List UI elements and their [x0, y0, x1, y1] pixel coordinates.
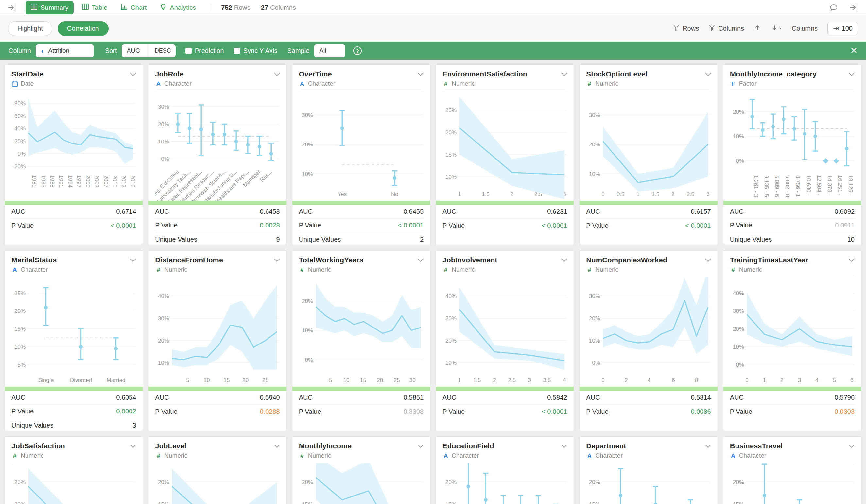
tab-summary-label: Summary	[41, 4, 69, 11]
chevron-down-icon[interactable]	[274, 72, 280, 76]
column-chart[interactable]: 80%60%40%20%0%-20%1981198519881991199419…	[11, 91, 136, 201]
chevron-down-icon[interactable]	[130, 259, 136, 262]
svg-text:10,630 -: 10,630 -	[805, 175, 811, 195]
column-type-icon: A	[155, 81, 162, 87]
prediction-checkbox[interactable]: Prediction	[186, 47, 224, 55]
close-icon[interactable]: ✕	[850, 45, 857, 56]
column-type-label: Numeric	[164, 266, 187, 273]
p-value: < 0.0001	[542, 222, 567, 229]
column-chart[interactable]: 20%15%10%5%	[730, 463, 855, 504]
chevron-down-icon[interactable]	[418, 72, 423, 76]
tab-summary[interactable]: Summary	[25, 1, 74, 14]
column-card: JobLevel # Numeric 20%15%10%5%	[148, 436, 287, 504]
svg-text:2: 2	[493, 377, 496, 383]
svg-text:10%: 10%	[589, 338, 600, 344]
chevron-down-icon[interactable]	[849, 259, 855, 262]
unique-values-value: 9	[276, 236, 280, 243]
auc-label: AUC	[11, 208, 25, 215]
column-chart[interactable]: 40%30%20%10%510152025	[155, 277, 280, 387]
svg-text:30%: 30%	[445, 315, 457, 322]
chevron-down-icon[interactable]	[418, 445, 423, 448]
svg-text:1985: 1985	[40, 175, 46, 188]
stat-row-pvalue: P Value 0.0303	[730, 405, 855, 418]
column-chart[interactable]: 30%20%10%0%02468	[586, 277, 711, 387]
chevron-down-icon[interactable]	[849, 445, 855, 448]
svg-text:1991: 1991	[58, 175, 64, 188]
svg-text:-20%: -20%	[12, 164, 25, 170]
logical-toggle-icon: ◐	[41, 47, 45, 54]
sync-y-axis-checkbox[interactable]: Sync Y Axis	[234, 47, 278, 55]
collapse-panel-left-icon[interactable]	[8, 3, 16, 11]
chevron-down-icon[interactable]	[274, 445, 280, 448]
columns-limit-input[interactable]: ⇥ 100	[828, 22, 858, 35]
tab-chart[interactable]: Chart	[115, 1, 152, 14]
column-type-label: Character	[164, 80, 191, 87]
auc-label: AUC	[11, 394, 25, 401]
sort-direction-value[interactable]: DESC	[150, 47, 176, 54]
svg-text:3: 3	[528, 377, 531, 383]
chevron-down-icon[interactable]	[561, 445, 567, 448]
column-chart[interactable]: 25%20%15%10%5%SingleDivorcedMarried	[11, 277, 136, 387]
column-type-label: Numeric	[739, 266, 762, 273]
column-name: JobRole	[155, 70, 191, 78]
tab-table[interactable]: Table	[77, 1, 112, 14]
column-chart[interactable]: 30%20%10%0%Sales ExecutiveLaboratory Tec…	[155, 91, 280, 201]
column-chart[interactable]: 20%15%10%5%	[155, 463, 280, 504]
column-chart[interactable]: 25%20%15%10%	[11, 463, 136, 504]
collapse-panel-right-icon[interactable]	[850, 3, 858, 11]
auc-label: AUC	[586, 208, 600, 215]
chevron-down-icon[interactable]	[130, 72, 136, 76]
svg-text:2016: 2016	[130, 175, 136, 188]
chevron-down-icon[interactable]	[418, 259, 423, 262]
p-value-label: P Value	[155, 222, 177, 229]
chevron-down-icon[interactable]	[705, 259, 711, 262]
svg-text:1: 1	[458, 377, 461, 383]
svg-text:4: 4	[563, 377, 566, 383]
chevron-down-icon[interactable]	[561, 259, 567, 262]
p-value-label: P Value	[155, 408, 177, 415]
svg-text:30: 30	[409, 377, 416, 383]
column-type-label: Numeric	[595, 266, 619, 273]
column-chart[interactable]: 40%30%20%10%11.522.533.54	[443, 277, 567, 387]
svg-text:15%: 15%	[302, 501, 313, 504]
svg-text:40%: 40%	[158, 293, 169, 299]
auc-importance-bar	[5, 387, 143, 391]
highlight-button[interactable]: Highlight	[8, 21, 52, 36]
comment-icon[interactable]	[829, 3, 838, 11]
column-chart[interactable]: 25%20%15%10%11.522.53	[443, 91, 567, 201]
sort-key-value[interactable]: AUC	[122, 44, 147, 57]
sort-select[interactable]: AUC DESC	[122, 44, 176, 57]
column-chart[interactable]: 20%15%10%5%	[443, 463, 567, 504]
correlation-button[interactable]: Correlation	[57, 21, 109, 36]
column-type-label: Numeric	[308, 452, 331, 459]
help-icon[interactable]: ?	[353, 46, 362, 55]
column-chart[interactable]: 30%20%10%00.511.522.53	[586, 91, 711, 201]
chevron-down-icon[interactable]	[561, 72, 567, 76]
chevron-down-icon[interactable]	[705, 445, 711, 448]
auc-importance-bar	[148, 387, 286, 391]
svg-text:30%: 30%	[733, 308, 744, 314]
column-chart[interactable]: 30%20%10%YesNo	[299, 91, 423, 201]
column-chart[interactable]: 40%30%20%10%0%0123456	[730, 277, 855, 387]
chevron-down-icon[interactable]	[274, 259, 280, 262]
column-chart[interactable]: 20%15%10%5%	[299, 463, 423, 504]
column-type-icon	[11, 81, 18, 87]
column-name: DistanceFromHome	[155, 256, 223, 265]
column-chart[interactable]: 20%10%0%51015202530	[299, 277, 423, 387]
target-column-select[interactable]: ◐ Attrition	[36, 44, 94, 57]
tab-analytics[interactable]: Analytics	[155, 1, 201, 14]
svg-text:1: 1	[637, 191, 640, 198]
download-menu-icon[interactable]	[771, 25, 782, 32]
chevron-down-icon[interactable]	[705, 72, 711, 76]
chevron-down-icon[interactable]	[130, 445, 136, 448]
column-chart[interactable]: 20%15%10%5%	[586, 463, 711, 504]
chevron-down-icon[interactable]	[849, 72, 855, 76]
upload-icon[interactable]	[754, 25, 761, 32]
sample-value: All	[319, 47, 326, 54]
filter-columns-button[interactable]: Columns	[709, 24, 744, 33]
filter-rows-button[interactable]: Rows	[673, 24, 699, 33]
auc-importance-bar	[579, 387, 717, 391]
column-chart[interactable]: 20%10%0%1,261 - 33,135 - 55,009 - 66,882…	[730, 91, 855, 201]
svg-text:0%: 0%	[305, 357, 313, 363]
sample-select[interactable]: All	[314, 44, 345, 57]
